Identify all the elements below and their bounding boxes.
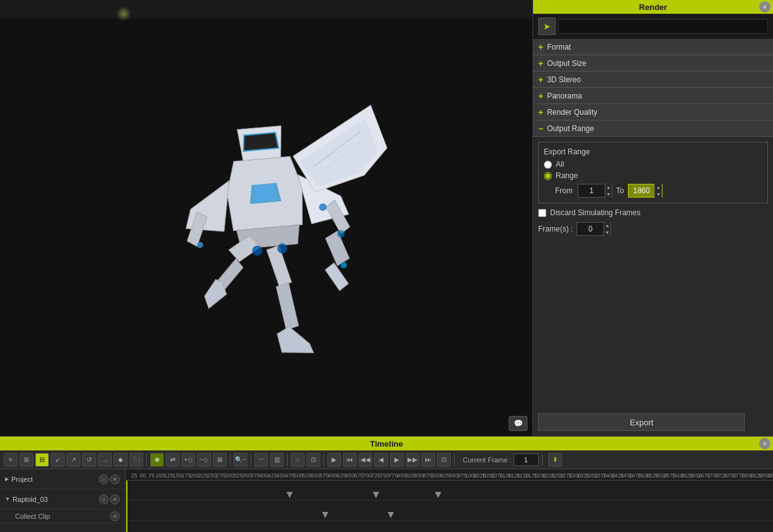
robot-scene bbox=[0, 19, 532, 436]
project-close-btn[interactable]: × bbox=[110, 474, 120, 484]
section-panorama-header[interactable]: + Panorama bbox=[533, 88, 773, 104]
current-frame-input[interactable] bbox=[514, 454, 539, 466]
export-path-input[interactable] bbox=[558, 19, 768, 34]
tl-separator-1 bbox=[146, 454, 147, 466]
output-range-content: Export Range All Range From bbox=[533, 137, 773, 241]
frames-input[interactable] bbox=[577, 223, 603, 235]
collect-clip-close-btn[interactable]: × bbox=[110, 511, 120, 521]
to-label: To bbox=[616, 186, 624, 195]
tl-expand-btn[interactable]: ⊞ bbox=[19, 453, 33, 467]
section-format-header[interactable]: + Format bbox=[533, 39, 773, 55]
tl-loop-btn[interactable]: ⇄ bbox=[166, 453, 180, 467]
tl-save-btn[interactable]: ⊟ bbox=[35, 453, 49, 467]
section-3d-stereo-header[interactable]: + 3D Stereo bbox=[533, 72, 773, 88]
export-path-arrow-btn[interactable]: ➤ bbox=[538, 18, 556, 35]
tl-separator-6 bbox=[454, 454, 455, 466]
tl-out-btn[interactable]: ↗ bbox=[67, 453, 80, 467]
track-row-project bbox=[126, 481, 773, 501]
section-output-size-header[interactable]: + Output Size bbox=[533, 55, 773, 72]
tl-list-btn[interactable]: ≡ bbox=[4, 453, 18, 467]
discard-row: Discard Simulating Frames bbox=[538, 208, 768, 217]
tl-undo2-btn[interactable]: … bbox=[98, 453, 112, 467]
project-expand-arrow[interactable]: ▶ bbox=[5, 476, 9, 482]
render-panel: Render × ➤ + Format + Output Size + 3D S… bbox=[532, 0, 773, 436]
frames-spinbox[interactable]: ▲ ▼ bbox=[576, 222, 611, 236]
raptoid-close-btn[interactable]: × bbox=[110, 494, 120, 504]
play-btn[interactable]: ▶ bbox=[327, 453, 341, 467]
track-row-collect-clip bbox=[126, 521, 773, 532]
tl-range-btn[interactable]: ▥ bbox=[270, 453, 284, 467]
all-radio-row: All bbox=[544, 160, 762, 169]
section-render-quality-icon: + bbox=[538, 107, 543, 117]
to-input[interactable] bbox=[629, 184, 655, 197]
timeline-track-collect-clip: Collect Clip × bbox=[0, 509, 125, 523]
from-down-arrow[interactable]: ▼ bbox=[605, 191, 612, 198]
section-output-range-header[interactable]: − Output Range bbox=[533, 120, 773, 137]
tl-in-btn[interactable]: ↙ bbox=[51, 453, 65, 467]
tl-add-key-btn[interactable]: ⊕ bbox=[150, 453, 164, 467]
prev-frame-btn[interactable]: ◀ bbox=[374, 453, 388, 467]
from-to-row: From ▲ ▼ To ▲ bbox=[544, 184, 762, 198]
timeline-track-project: ▶ Project ○ × bbox=[0, 469, 125, 489]
section-render-quality-header[interactable]: + Render Quality bbox=[533, 104, 773, 120]
tl-separator-4 bbox=[287, 454, 288, 466]
tl-remove-btn[interactable]: −◇ bbox=[197, 453, 211, 467]
collect-clip-name: Collect Clip bbox=[15, 513, 50, 520]
next-key-btn[interactable]: ▶▶ bbox=[406, 453, 419, 467]
to-down-arrow[interactable]: ▼ bbox=[655, 191, 661, 198]
section-render-quality-label: Render Quality bbox=[547, 108, 597, 117]
raptoid-visibility-btn[interactable]: ○ bbox=[99, 494, 109, 504]
tl-fit-btn[interactable]: ⊡ bbox=[306, 453, 320, 467]
range-radio-label[interactable]: Range bbox=[556, 171, 578, 180]
tl-rec-btn[interactable]: ⬛ bbox=[129, 453, 143, 467]
tl-zoom-out-btn[interactable]: 🔍− bbox=[234, 453, 247, 467]
frames-down-arrow[interactable]: ▼ bbox=[604, 229, 610, 236]
tl-keys-btn[interactable]: ◆ bbox=[114, 453, 127, 467]
all-radio-label[interactable]: All bbox=[556, 160, 564, 169]
section-output-size-label: Output Size bbox=[547, 59, 587, 68]
tl-undo-btn[interactable]: ↺ bbox=[82, 453, 96, 467]
timeline-close-button[interactable]: × bbox=[759, 438, 770, 449]
all-radio[interactable] bbox=[544, 161, 552, 169]
tl-curve-btn[interactable]: 〰 bbox=[254, 453, 268, 467]
range-radio[interactable] bbox=[544, 172, 552, 180]
last-frame-btn[interactable]: ⏭ bbox=[421, 453, 435, 467]
to-spinbox[interactable]: ▲ ▼ bbox=[628, 184, 662, 198]
section-3d-stereo-icon: + bbox=[538, 75, 543, 85]
first-frame-btn[interactable]: ⏮ bbox=[343, 453, 357, 467]
next-frame-btn[interactable]: ▶ bbox=[390, 453, 404, 467]
raptoid-expand-arrow[interactable]: ▼ bbox=[5, 496, 10, 502]
tl-snap-btn[interactable]: ⌂ bbox=[291, 453, 305, 467]
section-output-range-label: Output Range bbox=[547, 124, 594, 133]
section-output-range-icon: − bbox=[538, 124, 543, 134]
frames-up-arrow[interactable]: ▲ bbox=[604, 222, 610, 229]
section-format-icon: + bbox=[538, 42, 543, 52]
to-up-arrow[interactable]: ▲ bbox=[655, 184, 661, 191]
export-button[interactable]: Export bbox=[538, 413, 745, 431]
discard-label[interactable]: Discard Simulating Frames bbox=[550, 208, 641, 217]
project-track-name: Project bbox=[11, 476, 96, 483]
panel-title: Render bbox=[639, 3, 668, 12]
export-range-box: Export Range All Range From bbox=[538, 142, 768, 203]
tl-add-btn[interactable]: +◇ bbox=[181, 453, 195, 467]
from-spinbox-arrows: ▲ ▼ bbox=[605, 184, 612, 198]
from-up-arrow[interactable]: ▲ bbox=[605, 184, 612, 191]
viewport-comment-btn[interactable]: 💬 bbox=[509, 416, 527, 431]
export-range-title: Export Range bbox=[544, 147, 762, 156]
timeline-tracks: 2550751001251501752002252502753003253503… bbox=[126, 469, 773, 532]
tl-ripple-btn[interactable]: ⊠ bbox=[213, 453, 227, 467]
prev-key-btn[interactable]: ◀◀ bbox=[359, 453, 372, 467]
track-area bbox=[126, 481, 773, 532]
from-input[interactable] bbox=[578, 184, 605, 197]
from-spinbox[interactable]: ▲ ▼ bbox=[578, 184, 612, 198]
current-frame-label: Current Frame : bbox=[463, 456, 512, 464]
loop-area-btn[interactable]: ⊡ bbox=[437, 453, 451, 467]
tl-export-icon-btn[interactable]: ⬇ bbox=[548, 453, 562, 467]
timeline-labels: ▶ Project ○ × ▼ Raptoid_03 ○ × Collect C… bbox=[0, 469, 126, 532]
section-format-label: Format bbox=[547, 43, 571, 51]
discard-checkbox[interactable] bbox=[538, 209, 546, 217]
project-visibility-btn[interactable]: ○ bbox=[99, 474, 109, 484]
panel-export-row: ➤ bbox=[533, 14, 773, 39]
viewport-canvas: 💬 bbox=[0, 19, 532, 436]
panel-close-button[interactable]: × bbox=[759, 1, 770, 13]
